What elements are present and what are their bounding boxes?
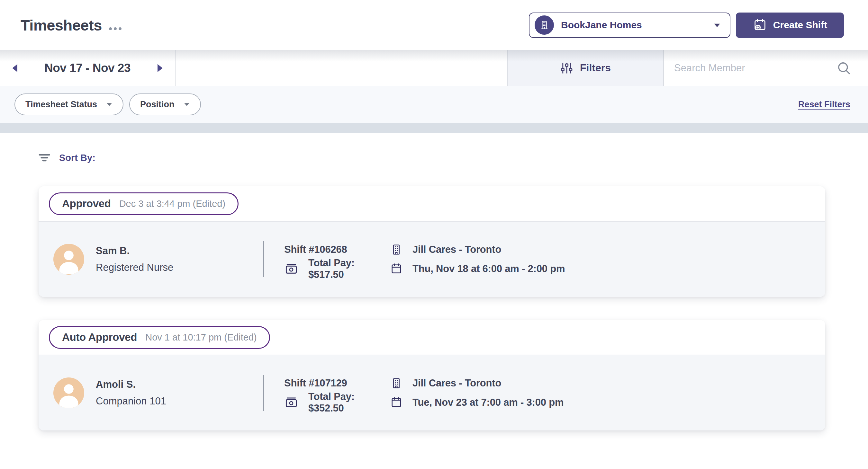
section-divider-strip (0, 123, 868, 133)
header: Timesheets BookJane Ho (0, 0, 868, 50)
position-dropdown[interactable]: Position (129, 94, 201, 115)
previous-week-button[interactable] (8, 61, 23, 75)
timesheet-card[interactable]: Auto Approved Nov 1 at 10:17 pm (Edited) (38, 320, 825, 431)
shift-details: Shift #106268 Total Pay: $517.50 (284, 242, 389, 276)
money-icon (284, 396, 298, 409)
shift-id: Shift #106268 (284, 244, 347, 256)
shift-id: Shift #107129 (284, 377, 347, 389)
search-icon (837, 61, 851, 75)
calendar-icon (389, 396, 403, 409)
member-avatar (53, 244, 84, 275)
money-icon (284, 262, 298, 276)
sort-by-label: Sort By: (59, 153, 95, 163)
week-navigation: Nov 17 - Nov 23 (0, 50, 176, 86)
arrow-right-icon (154, 62, 165, 74)
vertical-divider (263, 375, 264, 411)
status-badge: Approved Dec 3 at 3:44 pm (Edited) (49, 193, 239, 215)
toolbar: Nov 17 - Nov 23 Filters (0, 50, 868, 86)
facility-name: Jill Cares - Toronto (412, 244, 501, 256)
shift-details: Shift #107129 Total Pay: $352.50 (284, 376, 389, 409)
timesheet-card[interactable]: Approved Dec 3 at 3:44 pm (Edited) (38, 186, 825, 297)
timesheet-row[interactable]: Amoli S. Companion 101 Shift #107129 (38, 355, 825, 431)
building-badge-icon (535, 15, 554, 35)
person-icon (53, 377, 84, 408)
search-member-input[interactable] (674, 62, 831, 74)
person-icon (53, 244, 84, 275)
week-range-label: Nov 17 - Nov 23 (44, 61, 130, 75)
building-icon (389, 243, 403, 256)
status-timestamp: Nov 1 at 10:17 pm (Edited) (145, 332, 257, 343)
main-content: Sort By: Approved Dec 3 at 3:44 pm (Edit… (0, 133, 868, 469)
facility-dropdown[interactable]: BookJane Homes (529, 12, 731, 38)
sort-by-row[interactable]: Sort By: (38, 151, 868, 165)
status-label: Auto Approved (62, 331, 137, 343)
status-badge: Auto Approved Nov 1 at 10:17 pm (Edited) (49, 326, 270, 349)
arrow-left-icon (10, 62, 21, 74)
status-timestamp: Dec 3 at 3:44 pm (Edited) (119, 199, 225, 209)
total-pay: Total Pay: $517.50 (308, 257, 389, 280)
facility-dropdown-label: BookJane Homes (561, 20, 642, 31)
position-dropdown-label: Position (140, 100, 175, 109)
member-info: Amoli S. Companion 101 (96, 379, 263, 407)
sort-icon (38, 151, 51, 164)
building-icon (389, 377, 403, 390)
member-avatar (53, 377, 84, 408)
member-position: Companion 101 (96, 396, 263, 407)
member-info: Sam B. Registered Nurse (96, 245, 263, 273)
status-label: Approved (62, 198, 111, 210)
member-name: Amoli S. (96, 379, 263, 390)
header-actions: BookJane Homes Create Shift (529, 12, 844, 38)
search-button[interactable] (837, 61, 851, 75)
member-position: Registered Nurse (96, 262, 263, 273)
timesheet-list: Approved Dec 3 at 3:44 pm (Edited) (38, 186, 825, 431)
more-options-icon[interactable] (109, 27, 122, 30)
reset-filters-link[interactable]: Reset Filters (798, 100, 850, 109)
filters-label: Filters (580, 62, 611, 74)
search-member-box (664, 50, 868, 86)
toolbar-spacer (176, 50, 507, 86)
total-pay: Total Pay: $352.50 (308, 391, 389, 414)
filters-button[interactable]: Filters (507, 50, 664, 86)
calendar-plus-icon (752, 18, 767, 32)
timesheet-row[interactable]: Sam B. Registered Nurse Shift #106268 (38, 222, 825, 297)
chevron-down-icon (105, 101, 113, 108)
timesheet-status-dropdown[interactable]: Timesheet Status (14, 94, 123, 115)
member-name: Sam B. (96, 245, 263, 257)
chevron-down-icon (183, 101, 191, 108)
facility-details: Jill Cares - Toronto Tue, Nov 23 at 7:0 (389, 376, 563, 409)
timesheets-page: Timesheets BookJane Ho (0, 0, 868, 469)
page-title: Timesheets (21, 16, 102, 34)
calendar-icon (389, 263, 403, 275)
create-shift-label: Create Shift (773, 20, 827, 31)
shift-schedule: Tue, Nov 23 at 7:00 am - 3:00 pm (412, 397, 563, 408)
timesheet-card-header: Approved Dec 3 at 3:44 pm (Edited) (38, 186, 825, 221)
facility-details: Jill Cares - Toronto Thu, Nov 18 at 6:0 (389, 242, 565, 276)
create-shift-button[interactable]: Create Shift (736, 12, 844, 38)
vertical-divider (263, 241, 264, 277)
sliders-icon (560, 61, 574, 75)
facility-name: Jill Cares - Toronto (412, 377, 501, 389)
chevron-down-icon (713, 21, 721, 30)
next-week-button[interactable] (152, 61, 166, 75)
shift-schedule: Thu, Nov 18 at 6:00 am - 2:00 pm (412, 263, 565, 275)
filter-bar: Timesheet Status Position Reset Filters (0, 86, 868, 123)
timesheet-status-dropdown-label: Timesheet Status (25, 100, 97, 109)
timesheet-card-header: Auto Approved Nov 1 at 10:17 pm (Edited) (38, 320, 825, 355)
